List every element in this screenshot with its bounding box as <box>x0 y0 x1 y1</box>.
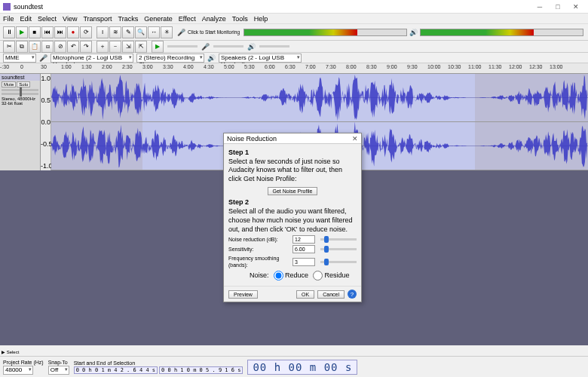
selection-label: Start and End of Selection <box>74 360 243 366</box>
menu-bar: File Edit Select View Transport Tracks G… <box>0 14 588 24</box>
multi-tool[interactable]: ✳ <box>161 26 173 38</box>
sensitivity-slider[interactable] <box>320 248 357 250</box>
undo-button[interactable]: ↶ <box>67 41 79 53</box>
rec-volume-slider[interactable] <box>213 45 243 48</box>
project-rate-select[interactable]: 48000 <box>3 366 33 375</box>
speaker-icon: 🔊 <box>207 54 216 62</box>
skip-end-button[interactable]: ⏭ <box>54 26 66 38</box>
freq-smoothing-input[interactable] <box>292 258 315 266</box>
play-volume-slider[interactable] <box>259 45 289 48</box>
rec-device-select[interactable]: Microphone (2 - Logi USB Headset <box>51 54 133 63</box>
window-title: soundtest <box>14 3 531 11</box>
redo-button[interactable]: ↷ <box>80 41 92 53</box>
sensitivity-input[interactable] <box>292 245 315 253</box>
app-icon <box>3 3 11 11</box>
zoom-tool[interactable]: 🔍 <box>135 26 147 38</box>
minimize-button[interactable]: ─ <box>531 2 549 12</box>
fit-project-button[interactable]: ⇱ <box>135 41 147 53</box>
sensitivity-label: Sensitivity: <box>228 246 290 253</box>
amplitude-scale: 1.00.50.0-0.5-1.0 <box>41 74 51 170</box>
record-button[interactable]: ● <box>67 26 79 38</box>
play-device-select[interactable]: Speakers (2 - Logi USB Headset) <box>219 54 302 63</box>
play-at-speed-button[interactable]: ▶ <box>152 41 164 53</box>
play-speed-slider[interactable] <box>167 45 198 48</box>
step2-label: Step 2 <box>228 198 357 207</box>
rec-meter-text[interactable]: Click to Start Monitoring <box>186 29 241 35</box>
step1-text: Select a few seconds of just noise so Au… <box>228 158 357 184</box>
step2-text: Select all of the audio you want filtere… <box>228 207 357 234</box>
recording-meter[interactable] <box>243 29 407 36</box>
menu-effect[interactable]: Effect <box>179 15 196 23</box>
get-noise-profile-button[interactable]: Get Noise Profile <box>268 187 318 195</box>
ok-button[interactable]: OK <box>296 290 314 299</box>
reduce-radio[interactable]: Reduce <box>274 271 309 280</box>
draw-tool[interactable]: ✎ <box>122 26 134 38</box>
track-control-panel[interactable]: soundtest MuteSolo Stereo, 48000Hz 32-bi… <box>0 74 41 170</box>
audio-host-select[interactable]: MME <box>3 54 36 63</box>
waveform-left <box>51 74 588 122</box>
noise-reduction-label: Noise reduction (dB): <box>228 236 290 243</box>
menu-file[interactable]: File <box>3 15 14 23</box>
cut-button[interactable]: ✂ <box>3 41 15 53</box>
noise-reduction-input[interactable] <box>292 235 315 244</box>
edit-toolbar: ✂ ⧉ 📋 ⧈ ⊘ ↶ ↷ ＋ － ⇲ ⇱ ▶ 🎤 🔊 <box>0 41 588 53</box>
noise-label: Noise: <box>250 271 269 280</box>
menu-tools[interactable]: Tools <box>232 15 248 23</box>
envelope-tool[interactable]: ≋ <box>109 26 121 38</box>
pan-slider[interactable] <box>2 93 38 95</box>
menu-help[interactable]: Help <box>254 15 268 23</box>
track-name[interactable]: soundtest <box>0 74 40 81</box>
noise-reduction-dialog: Noise Reduction✕ Step 1 Select a few sec… <box>223 133 362 302</box>
mute-button[interactable]: Mute <box>2 81 16 87</box>
menu-transport[interactable]: Transport <box>83 15 112 23</box>
preview-button[interactable]: Preview <box>228 290 258 299</box>
selection-start[interactable]: 0 0 h 0 1 m 4 2 . 6 4 4 s <box>74 366 158 374</box>
noise-reduction-slider[interactable] <box>320 238 357 241</box>
zoom-out-button[interactable]: － <box>109 41 121 53</box>
maximize-button[interactable]: □ <box>549 2 567 12</box>
rec-channels-select[interactable]: 2 (Stereo) Recording Chann <box>136 54 204 63</box>
stop-button[interactable]: ■ <box>29 26 41 38</box>
playback-meter[interactable] <box>420 29 583 36</box>
dialog-close-button[interactable]: ✕ <box>352 135 358 143</box>
cancel-button[interactable]: Cancel <box>317 290 345 299</box>
fit-selection-button[interactable]: ⇲ <box>122 41 134 53</box>
project-rate-label: Project Rate (Hz) <box>3 360 44 365</box>
menu-analyze[interactable]: Analyze <box>202 15 226 23</box>
silence-button[interactable]: ⊘ <box>54 41 66 53</box>
menu-view[interactable]: View <box>63 15 77 23</box>
trim-button[interactable]: ⧈ <box>41 41 54 53</box>
solo-button[interactable]: Solo <box>17 81 30 87</box>
timeshift-tool[interactable]: ↔ <box>148 26 160 38</box>
transport-toolbar: ⏸ ▶ ■ ⏮ ⏭ ● ⟳ I ≋ ✎ 🔍 ↔ ✳ 🎤 Click to Sta… <box>0 24 588 41</box>
menu-select[interactable]: Select <box>38 15 57 23</box>
play-meter-icon: 🔊 <box>409 29 418 36</box>
timeline-ruler[interactable]: -:300301:001:302:002:303:003:304:004:305… <box>0 63 588 74</box>
selection-end[interactable]: 0 0 h 1 0 m 0 5 . 9 1 6 s <box>159 366 243 374</box>
play-button[interactable]: ▶ <box>16 26 28 38</box>
snap-to-select[interactable]: Off <box>48 366 69 375</box>
skip-start-button[interactable]: ⏮ <box>41 26 54 38</box>
loop-button[interactable]: ⟳ <box>80 26 92 38</box>
zoom-in-button[interactable]: ＋ <box>96 41 109 53</box>
close-button[interactable]: ✕ <box>567 2 585 12</box>
freq-smoothing-slider[interactable] <box>320 261 357 263</box>
mic-icon: 🎤 <box>39 54 47 62</box>
track-collapse[interactable]: ▶ Select <box>2 349 19 354</box>
pause-button[interactable]: ⏸ <box>3 26 15 38</box>
residue-radio[interactable]: Residue <box>313 271 350 280</box>
paste-button[interactable]: 📋 <box>29 41 41 53</box>
audio-position[interactable]: 00 h 00 m 00 s <box>247 360 357 375</box>
menu-tracks[interactable]: Tracks <box>118 15 139 23</box>
selection-toolbar: Project Rate (Hz)48000 Snap-ToOff Start … <box>0 356 588 377</box>
play-vol-icon: 🔊 <box>247 43 256 51</box>
dialog-title: Noise Reduction <box>227 135 277 143</box>
selection-tool[interactable]: I <box>96 26 109 38</box>
help-icon[interactable]: ? <box>348 290 357 299</box>
menu-generate[interactable]: Generate <box>144 15 173 23</box>
track-depth: 32-bit float <box>2 101 38 106</box>
copy-button[interactable]: ⧉ <box>16 41 28 53</box>
device-toolbar: MME 🎤 Microphone (2 - Logi USB Headset 2… <box>0 53 588 63</box>
menu-edit[interactable]: Edit <box>20 15 32 23</box>
freq-smoothing-label: Frequency smoothing (bands): <box>228 255 290 268</box>
